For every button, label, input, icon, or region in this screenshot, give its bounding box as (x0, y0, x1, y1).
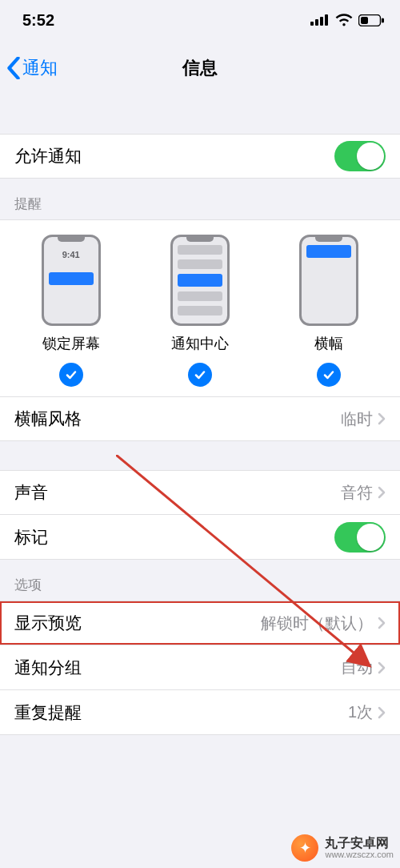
badges-row: 标记 (0, 515, 400, 560)
badges-toggle[interactable] (334, 522, 386, 553)
show-previews-value: 解锁时（默认） (261, 613, 386, 634)
watermark-title: 丸子安卓网 (325, 837, 394, 850)
svg-rect-3 (325, 14, 328, 26)
alert-option-lock-screen[interactable]: 9:41 锁定屏幕 (23, 235, 119, 387)
repeat-alerts-row[interactable]: 重复提醒 1次 (0, 690, 400, 735)
svg-rect-5 (361, 17, 368, 24)
status-icons (310, 14, 384, 26)
svg-rect-6 (382, 18, 384, 22)
show-previews-row[interactable]: 显示预览 解锁时（默认） (0, 601, 400, 645)
allow-notifications-toggle[interactable] (334, 141, 386, 171)
repeat-alerts-value: 1次 (348, 701, 386, 723)
watermark-logo-icon: ✦ (291, 834, 318, 862)
alert-option-label: 横幅 (314, 334, 343, 353)
banner-style-label: 横幅风格 (14, 408, 82, 430)
check-icon (317, 363, 341, 387)
wifi-icon (335, 14, 353, 26)
sound-label: 声音 (14, 481, 48, 504)
alerts-previews: 9:41 锁定屏幕 通知中心 横 (0, 220, 400, 396)
sound-row[interactable]: 声音 音符 (0, 470, 400, 515)
chevron-right-icon (378, 486, 386, 499)
check-icon (59, 363, 83, 387)
preview-time: 9:41 (44, 250, 98, 259)
show-previews-label: 显示预览 (14, 612, 82, 634)
cellular-icon (310, 14, 330, 26)
page-title: 信息 (0, 56, 400, 80)
chevron-right-icon (378, 661, 386, 674)
alert-option-notification-center[interactable]: 通知中心 (152, 235, 248, 387)
notification-center-preview-icon (170, 235, 230, 326)
banners-preview-icon (299, 235, 358, 326)
badges-label: 标记 (14, 526, 48, 549)
chevron-right-icon (378, 617, 386, 629)
chevron-right-icon (378, 412, 386, 425)
back-button[interactable]: 通知 (0, 56, 58, 80)
alert-option-banners[interactable]: 横幅 (281, 235, 377, 387)
nav-header: 通知 信息 (0, 44, 400, 92)
svg-rect-0 (310, 22, 314, 26)
notification-grouping-value: 自动 (341, 657, 386, 678)
alert-option-label: 通知中心 (171, 334, 229, 353)
check-icon (188, 363, 212, 387)
allow-notifications-label: 允许通知 (14, 145, 82, 167)
status-bar: 5:52 (0, 0, 400, 40)
allow-notifications-row: 允许通知 (0, 134, 400, 179)
watermark: ✦ 丸子安卓网 www.wzsczx.com (291, 834, 394, 862)
alerts-section-header: 提醒 (0, 179, 400, 219)
options-section-header: 选项 (0, 560, 400, 601)
banner-style-value: 临时 (341, 408, 386, 430)
sound-value: 音符 (341, 482, 386, 504)
back-label: 通知 (22, 56, 58, 80)
banner-style-row[interactable]: 横幅风格 临时 (0, 396, 400, 441)
status-time: 5:52 (22, 11, 54, 30)
notification-grouping-row[interactable]: 通知分组 自动 (0, 645, 400, 690)
svg-rect-2 (320, 17, 323, 26)
chevron-left-icon (6, 57, 21, 79)
notification-grouping-label: 通知分组 (14, 657, 82, 679)
svg-rect-1 (315, 19, 318, 26)
battery-icon (358, 14, 384, 26)
alert-option-label: 锁定屏幕 (42, 334, 100, 353)
watermark-url: www.wzsczx.com (325, 850, 394, 860)
chevron-right-icon (378, 706, 386, 719)
lock-screen-preview-icon: 9:41 (42, 235, 101, 326)
repeat-alerts-label: 重复提醒 (14, 701, 82, 724)
